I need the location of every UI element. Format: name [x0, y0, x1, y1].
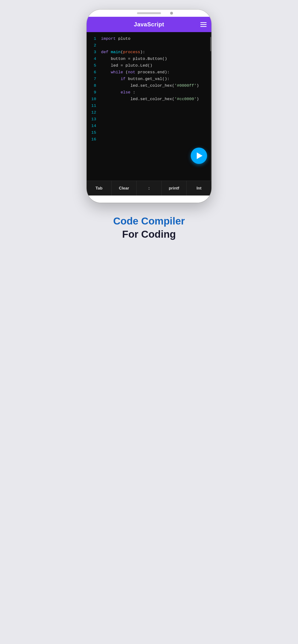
scroll-thumb	[210, 37, 211, 51]
code-segment: led.set_color_hex(	[101, 84, 175, 88]
code-segment: pluto	[116, 36, 130, 41]
code-segment: led = pluto.Led()	[101, 63, 152, 68]
code-segment: while	[111, 70, 123, 74]
phone-frame: JavaScript 12345678910111213141516 impor…	[87, 10, 211, 203]
code-segment: button = pluto.Button()	[101, 56, 167, 61]
code-segment: '#cc0000'	[175, 97, 197, 101]
caption-line2: For Coding	[113, 228, 185, 241]
phone-bottom-bar	[87, 196, 211, 203]
line-number: 1	[94, 36, 96, 42]
code-line	[101, 123, 208, 130]
hamburger-line-1	[200, 22, 207, 23]
code-line: button = pluto.Button()	[101, 56, 208, 62]
code-segment: :	[130, 90, 135, 95]
line-number: 9	[94, 89, 96, 96]
hamburger-line-2	[200, 24, 207, 25]
code-segment: (	[121, 50, 123, 54]
toolbar-item-tab[interactable]: Tab	[87, 181, 112, 196]
code-segment	[101, 90, 121, 95]
line-number: 11	[91, 102, 96, 109]
code-segment: )	[197, 97, 199, 101]
code-line	[101, 130, 208, 136]
code-line	[101, 109, 208, 116]
code-segment: ):	[140, 50, 145, 54]
app-header: JavaScript	[87, 17, 211, 32]
code-line: import pluto	[101, 36, 208, 42]
code-segment: import	[101, 36, 116, 41]
code-line: if button.get_val():	[101, 76, 208, 82]
code-segment: else	[121, 90, 130, 95]
code-segment	[101, 77, 121, 81]
scroll-indicator	[210, 32, 211, 181]
hamburger-menu-icon[interactable]	[200, 22, 207, 27]
toolbar-item-printf[interactable]: printf	[162, 181, 187, 196]
line-number: 13	[91, 116, 96, 123]
toolbar-item-clear[interactable]: Clear	[112, 181, 136, 196]
code-line: led = pluto.Led()	[101, 62, 208, 69]
hamburger-line-3	[200, 26, 207, 27]
code-line: led.set_color_hex('#0000ff')	[101, 82, 208, 89]
code-segment: process.end):	[135, 70, 170, 74]
line-numbers: 12345678910111213141516	[87, 32, 99, 181]
app-caption: Code Compiler For Coding	[113, 215, 185, 241]
code-line	[101, 136, 208, 143]
bottom-toolbar: TabClear:printfInt	[87, 181, 211, 196]
code-segment	[108, 50, 111, 54]
code-line	[101, 116, 208, 123]
line-number: 14	[91, 123, 96, 130]
code-segment: process	[123, 50, 140, 54]
line-number: 3	[94, 49, 96, 56]
code-line: led.set_color_hex('#cc0000')	[101, 96, 208, 102]
code-line: while (not process.end):	[101, 69, 208, 76]
code-editor[interactable]: 12345678910111213141516 import pluto def…	[87, 32, 211, 181]
camera-dot	[170, 12, 173, 14]
code-segment: not	[128, 70, 135, 74]
code-segment	[101, 70, 111, 74]
code-segment: led.set_color_hex(	[101, 97, 175, 101]
code-segment: if	[121, 77, 125, 81]
notch-pill	[137, 12, 161, 14]
app-title: JavaScript	[134, 21, 164, 28]
code-segment: '#0000ff'	[175, 84, 197, 88]
line-number: 12	[91, 109, 96, 116]
line-number: 10	[91, 96, 96, 102]
line-number: 7	[94, 76, 96, 82]
run-button[interactable]	[191, 148, 207, 164]
code-segment: )	[197, 84, 199, 88]
line-number: 4	[94, 56, 96, 62]
code-segment: button.get_val():	[125, 77, 170, 81]
code-line	[101, 42, 208, 49]
code-line: else :	[101, 89, 208, 96]
line-number: 15	[91, 130, 96, 136]
line-number: 8	[94, 82, 96, 89]
line-number: 2	[94, 42, 96, 49]
phone-wrapper: JavaScript 12345678910111213141516 impor…	[87, 10, 211, 203]
play-icon	[197, 152, 203, 159]
toolbar-item-int[interactable]: Int	[187, 181, 211, 196]
code-segment: main	[111, 50, 121, 54]
code-segment: (	[123, 70, 128, 74]
code-line	[101, 102, 208, 109]
phone-top-bar	[87, 10, 211, 17]
line-number: 6	[94, 69, 96, 76]
toolbar-item-:[interactable]: :	[136, 181, 162, 196]
caption-line1: Code Compiler	[113, 215, 185, 228]
code-segment: def	[101, 50, 108, 54]
line-number: 5	[94, 62, 96, 69]
line-number: 16	[91, 136, 96, 143]
code-line: def main(process):	[101, 49, 208, 56]
